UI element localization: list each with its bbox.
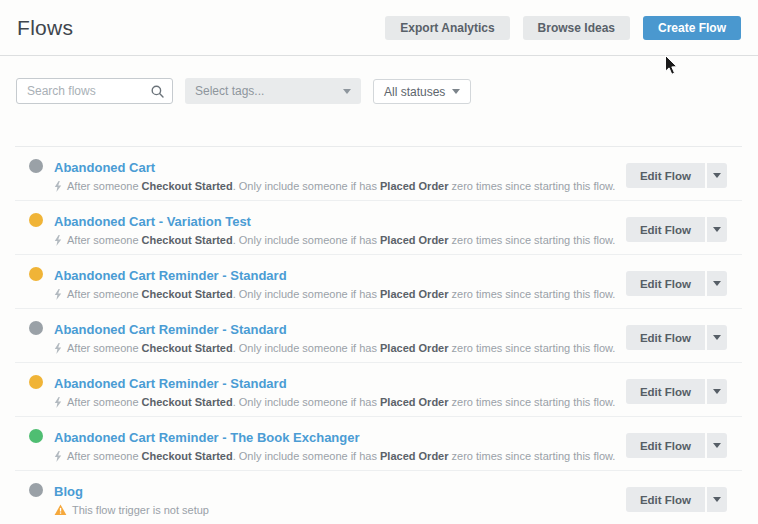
flow-description-text: This flow trigger is not setup (72, 504, 209, 516)
flow-name-link[interactable]: Abandoned Cart Reminder - Standard (54, 323, 287, 337)
flow-info: Abandoned Cart Reminder - Standard After… (54, 374, 626, 408)
edit-flow-dropdown-button[interactable] (707, 325, 727, 350)
flow-info: Abandoned Cart Reminder - The Book Excha… (54, 428, 626, 462)
chevron-down-icon (343, 89, 351, 94)
flow-info: Blog This flow trigger is not setup (54, 482, 626, 516)
flow-info: Abandoned Cart Reminder - Standard After… (54, 320, 626, 354)
top-actions: Export Analytics Browse Ideas Create Flo… (385, 16, 741, 40)
flow-actions: Edit Flow (626, 217, 727, 242)
flow-list: Abandoned Cart After someone Checkout St… (15, 146, 742, 524)
flow-description: After someone Checkout Started. Only inc… (54, 396, 626, 408)
edit-flow-dropdown-button[interactable] (707, 163, 727, 188)
status-dot (29, 213, 43, 227)
flow-name-link[interactable]: Abandoned Cart - Variation Test (54, 215, 251, 229)
edit-flow-dropdown-button[interactable] (707, 217, 727, 242)
flow-description-text: After someone Checkout Started. Only inc… (67, 180, 615, 192)
flow-row: Abandoned Cart Reminder - Standard After… (15, 309, 742, 363)
browse-ideas-button[interactable]: Browse Ideas (523, 16, 630, 40)
edit-flow-button[interactable]: Edit Flow (626, 379, 705, 404)
status-dot (29, 429, 43, 443)
chevron-down-icon (713, 497, 721, 502)
flow-name-link[interactable]: Abandoned Cart Reminder - Standard (54, 377, 287, 391)
flow-description: After someone Checkout Started. Only inc… (54, 234, 626, 246)
lightning-icon (54, 397, 62, 408)
flow-actions: Edit Flow (626, 379, 727, 404)
search-icon (151, 85, 164, 98)
create-flow-button[interactable]: Create Flow (643, 16, 741, 40)
chevron-down-icon (713, 335, 721, 340)
warning-icon (54, 504, 67, 516)
status-dot (29, 321, 43, 335)
flow-description: After someone Checkout Started. Only inc… (54, 342, 626, 354)
flow-row: Abandoned Cart Reminder - The Book Excha… (15, 417, 742, 471)
edit-flow-dropdown-button[interactable] (707, 379, 727, 404)
page-title: Flows (17, 16, 73, 40)
search-input[interactable] (25, 83, 151, 99)
flow-info: Abandoned Cart - Variation Test After so… (54, 212, 626, 246)
status-select[interactable]: All statuses (373, 79, 471, 104)
lightning-icon (54, 451, 62, 462)
edit-flow-dropdown-button[interactable] (707, 433, 727, 458)
flow-actions: Edit Flow (626, 163, 727, 188)
edit-flow-button[interactable]: Edit Flow (626, 433, 705, 458)
chevron-down-icon (713, 281, 721, 286)
flow-description-text: After someone Checkout Started. Only inc… (67, 234, 615, 246)
edit-flow-button[interactable]: Edit Flow (626, 217, 705, 242)
flow-description-text: After someone Checkout Started. Only inc… (67, 396, 615, 408)
status-select-label: All statuses (384, 85, 445, 99)
flow-actions: Edit Flow (626, 325, 727, 350)
status-dot (29, 159, 43, 173)
flow-description-text: After someone Checkout Started. Only inc… (67, 342, 615, 354)
status-dot (29, 267, 43, 281)
tags-select[interactable]: Select tags... (185, 78, 361, 104)
edit-flow-button[interactable]: Edit Flow (626, 325, 705, 350)
flow-description: After someone Checkout Started. Only inc… (54, 288, 626, 300)
flow-row: Abandoned Cart - Variation Test After so… (15, 201, 742, 255)
flow-name-link[interactable]: Abandoned Cart (54, 161, 155, 175)
flow-row: Abandoned Cart Reminder - Standard After… (15, 363, 742, 417)
flow-description: After someone Checkout Started. Only inc… (54, 450, 626, 462)
chevron-down-icon (713, 389, 721, 394)
top-bar: Flows Export Analytics Browse Ideas Crea… (0, 0, 758, 56)
edit-flow-dropdown-button[interactable] (707, 271, 727, 296)
chevron-down-icon (452, 89, 460, 94)
chevron-down-icon (713, 173, 721, 178)
flow-actions: Edit Flow (626, 271, 727, 296)
export-analytics-button[interactable]: Export Analytics (385, 16, 509, 40)
lightning-icon (54, 235, 62, 246)
flow-description-text: After someone Checkout Started. Only inc… (67, 288, 615, 300)
flow-description: This flow trigger is not setup (54, 504, 626, 516)
chevron-down-icon (713, 227, 721, 232)
flow-info: Abandoned Cart After someone Checkout St… (54, 158, 626, 192)
flow-row: Abandoned Cart After someone Checkout St… (15, 147, 742, 201)
flow-name-link[interactable]: Abandoned Cart Reminder - The Book Excha… (54, 431, 360, 445)
lightning-icon (54, 181, 62, 192)
flow-actions: Edit Flow (626, 487, 727, 512)
flow-description: After someone Checkout Started. Only inc… (54, 180, 626, 192)
edit-flow-dropdown-button[interactable] (707, 487, 727, 512)
edit-flow-button[interactable]: Edit Flow (626, 163, 705, 188)
flow-row: Blog This flow trigger is not setup (15, 471, 742, 524)
flow-actions: Edit Flow (626, 433, 727, 458)
flow-info: Abandoned Cart Reminder - Standard After… (54, 266, 626, 300)
search-box (16, 78, 173, 104)
lightning-icon (54, 289, 62, 300)
tags-select-label: Select tags... (195, 84, 264, 98)
chevron-down-icon (713, 443, 721, 448)
flow-row: Abandoned Cart Reminder - Standard After… (15, 255, 742, 309)
lightning-icon (54, 343, 62, 354)
filter-bar: Select tags... All statuses (0, 56, 758, 104)
status-dot (29, 375, 43, 389)
flow-name-link[interactable]: Abandoned Cart Reminder - Standard (54, 269, 287, 283)
edit-flow-button[interactable]: Edit Flow (626, 487, 705, 512)
status-dot (29, 483, 43, 497)
flow-description-text: After someone Checkout Started. Only inc… (67, 450, 615, 462)
edit-flow-button[interactable]: Edit Flow (626, 271, 705, 296)
flow-name-link[interactable]: Blog (54, 485, 83, 499)
